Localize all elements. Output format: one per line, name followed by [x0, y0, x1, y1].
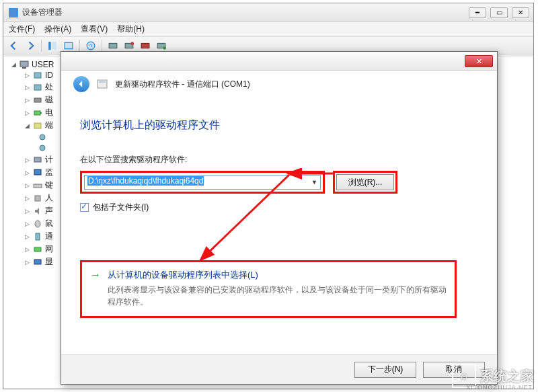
browse-button[interactable]: 浏览(R)... — [336, 174, 394, 190]
expander-icon[interactable]: ▷ — [24, 182, 30, 188]
expander-icon[interactable]: ▷ — [24, 259, 30, 265]
scan-hardware-button[interactable] — [106, 39, 120, 52]
uninstall-button[interactable] — [139, 39, 152, 52]
svg-point-25 — [35, 221, 40, 227]
next-button[interactable]: 下一步(N) — [354, 362, 416, 378]
dropdown-icon[interactable]: ▼ — [311, 179, 317, 186]
audio-icon — [33, 206, 42, 216]
pick-from-list-option[interactable]: → 从计算机的设备驱动程序列表中选择(L) 此列表将显示与该设备兼容的已安装的驱… — [90, 269, 447, 308]
expander-icon[interactable]: ▷ — [24, 110, 30, 116]
back-button[interactable] — [73, 76, 89, 92]
svg-text:?: ? — [89, 42, 92, 49]
svg-rect-30 — [99, 81, 106, 83]
expander-icon[interactable]: ▷ — [24, 221, 30, 227]
tree-item-label: 计 — [45, 154, 53, 165]
toolbar-separator — [102, 40, 102, 52]
driver-icon — [96, 78, 108, 90]
include-subfolders-row: 包括子文件夹(I) — [80, 202, 481, 213]
dialog-close-button[interactable]: ✕ — [465, 55, 493, 67]
pick-from-list-description: 此列表将显示与该设备兼容的已安装的驱动程序软件，以及与该设备处于同一类别下的所有… — [108, 284, 447, 308]
disable-button[interactable] — [155, 39, 168, 52]
mouse-icon — [33, 219, 42, 229]
port-icon — [38, 132, 47, 142]
svg-rect-0 — [48, 42, 51, 50]
tree-item-label: 端 — [45, 120, 53, 131]
expander-icon[interactable]: ◢ — [24, 122, 30, 128]
tree-item-label: 显 — [45, 256, 53, 268]
dialog-header-text: 更新驱动程序软件 - 通信端口 (COM1) — [115, 79, 250, 90]
svg-rect-12 — [22, 67, 26, 69]
expander-icon[interactable]: ▷ — [24, 169, 30, 175]
expander-icon[interactable]: ▷ — [24, 157, 30, 163]
expander-icon[interactable]: ▷ — [24, 195, 30, 201]
svg-point-20 — [40, 145, 45, 151]
expander-icon[interactable]: ◢ — [11, 62, 17, 68]
show-hide-tree-button[interactable] — [46, 39, 59, 52]
dialog-titlebar: ✕ — [61, 52, 497, 71]
svg-rect-8 — [141, 43, 149, 48]
menu-view[interactable]: 查看(V) — [81, 24, 108, 35]
svg-rect-23 — [34, 184, 42, 188]
properties-button[interactable] — [62, 39, 75, 52]
path-highlight: D:\rjxz\fhdukaqiqd\fhdukaqi64qd ▼ — [80, 171, 325, 194]
menu-help[interactable]: 帮助(H) — [117, 24, 145, 35]
app-icon — [9, 8, 18, 17]
svg-rect-13 — [34, 73, 41, 78]
tree-item-label: 声 — [45, 205, 53, 217]
svg-rect-16 — [34, 111, 40, 115]
port-icon — [38, 143, 47, 153]
watermark-url: XITONGZHUJA.NET — [466, 384, 533, 391]
nav-back-button[interactable] — [7, 39, 21, 52]
nav-forward-button[interactable] — [24, 39, 37, 52]
svg-point-19 — [40, 134, 45, 140]
update-driver-button[interactable] — [122, 39, 136, 52]
window-title: 设备管理器 — [22, 7, 469, 18]
tree-item-label: 通 — [45, 231, 53, 242]
dialog-title: 浏览计算机上的驱动程序文件 — [80, 118, 481, 132]
path-row: D:\rjxz\fhdukaqiqd\fhdukaqi64qd ▼ 浏览(R).… — [80, 171, 481, 194]
tree-item-label: 监 — [45, 167, 53, 178]
tree-item-label: 处 — [45, 81, 53, 93]
browse-highlight: 浏览(R)... — [333, 171, 397, 194]
tree-item-label: 网 — [45, 243, 53, 255]
menubar: 文件(F) 操作(A) 查看(V) 帮助(H) — [3, 22, 533, 37]
svg-point-10 — [163, 46, 166, 50]
window-buttons: ━ ▭ ✕ — [469, 7, 533, 18]
maximize-button[interactable]: ▭ — [490, 7, 508, 18]
dialog-body: 浏览计算机上的驱动程序文件 在以下位置搜索驱动程序软件: D:\rjxz\fhd… — [61, 98, 497, 323]
svg-rect-24 — [35, 196, 40, 201]
include-subfolders-label: 包括子文件夹(I) — [93, 202, 149, 213]
toolbar-separator — [41, 40, 42, 52]
network-icon — [33, 245, 42, 254]
expander-icon[interactable]: ▷ — [24, 73, 30, 79]
include-subfolders-checkbox[interactable] — [80, 203, 89, 212]
driver-path-input[interactable]: D:\rjxz\fhdukaqiqd\fhdukaqi64qd ▼ — [84, 175, 321, 190]
expander-icon[interactable]: ▷ — [24, 233, 30, 239]
pick-from-list-highlight: → 从计算机的设备驱动程序列表中选择(L) 此列表将显示与该设备兼容的已安装的驱… — [80, 260, 457, 318]
menu-file[interactable]: 文件(F) — [9, 24, 35, 35]
search-location-label: 在以下位置搜索驱动程序软件: — [80, 154, 481, 165]
expander-icon[interactable]: ▷ — [24, 84, 30, 90]
tree-item-label: 电 — [45, 107, 53, 118]
computer-icon — [20, 60, 29, 69]
close-button[interactable]: ✕ — [512, 7, 529, 18]
svg-rect-17 — [40, 112, 42, 114]
svg-rect-14 — [34, 85, 41, 90]
tree-item-label: ID — [45, 71, 53, 80]
expander-icon[interactable]: ▷ — [24, 246, 30, 252]
port-icon — [33, 121, 42, 130]
svg-rect-18 — [34, 123, 41, 128]
expander-icon[interactable]: ▷ — [24, 208, 30, 214]
display-icon — [33, 258, 42, 267]
menu-action[interactable]: 操作(A) — [44, 24, 71, 35]
watermark-brand: 系统之家 — [480, 367, 534, 385]
expander-icon[interactable]: ▷ — [24, 97, 30, 103]
svg-rect-15 — [34, 98, 41, 102]
svg-rect-26 — [36, 233, 40, 240]
driver-path-value: D:\rjxz\fhdukaqiqd\fhdukaqi64qd — [87, 176, 204, 186]
keyboard-icon — [33, 181, 42, 190]
device-icon — [33, 83, 42, 92]
minimize-button[interactable]: ━ — [469, 7, 486, 18]
help-button[interactable]: ? — [84, 39, 98, 52]
pick-from-list-title: 从计算机的设备驱动程序列表中选择(L) — [108, 269, 447, 281]
